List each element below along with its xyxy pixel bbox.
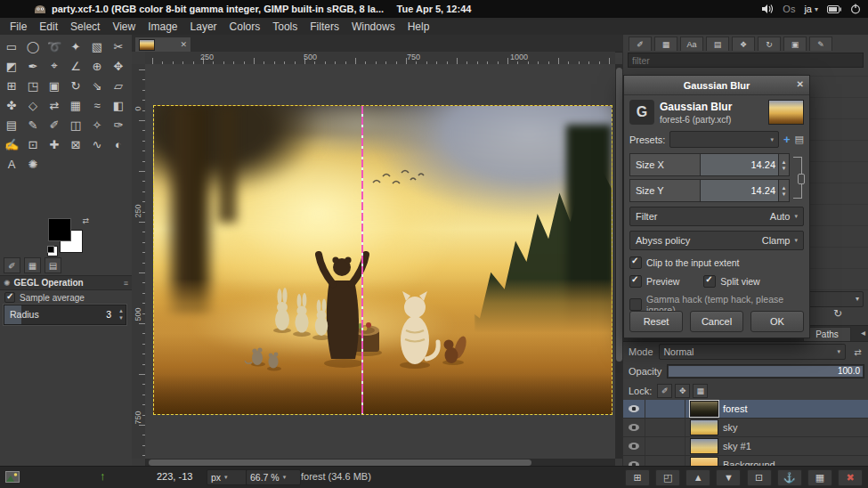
radius-value[interactable]: 3	[106, 309, 111, 320]
lower-layer-button[interactable]: ▼	[716, 469, 741, 486]
tool-move[interactable]: ✥	[108, 56, 129, 76]
new-layer-button[interactable]: ⊞	[625, 469, 650, 486]
refresh-icon[interactable]: ↻	[833, 307, 842, 320]
tab-images[interactable]: ▣	[783, 37, 807, 51]
tool-shear[interactable]: ▱	[108, 76, 129, 95]
size-y-value[interactable]: 14.24	[701, 180, 778, 201]
tab-brushes[interactable]: ✐	[629, 37, 652, 51]
spin-down-icon[interactable]: ▼	[118, 314, 124, 321]
filter-combo[interactable]: Filter Auto▾	[629, 207, 804, 226]
menu-view[interactable]: View	[106, 19, 142, 35]
tool-handle-transform[interactable]: ✤	[1, 95, 22, 115]
tool-color-picker[interactable]: ⌖	[44, 56, 65, 76]
tab-tool-presets[interactable]: ✎	[809, 37, 832, 51]
blend-space-switch-icon[interactable]: ⇄	[851, 347, 864, 357]
keyboard-layout-indicator[interactable]: ja	[804, 4, 812, 14]
tool-select-by-color[interactable]: ▧	[86, 37, 108, 56]
layer-name[interactable]: sky	[723, 422, 738, 433]
layer-row-forest[interactable]: forest	[623, 400, 868, 419]
tool-perspective-clone[interactable]: ⊠	[65, 134, 86, 154]
menu-tools[interactable]: Tools	[266, 19, 304, 35]
tab-document-history[interactable]: ↻	[758, 37, 781, 51]
tab-paths[interactable]: Paths	[803, 327, 851, 341]
tool-smudge[interactable]: ∿	[86, 134, 108, 154]
tool-mypaint-brush[interactable]: ✍	[1, 134, 22, 154]
layer-chain-cell[interactable]	[645, 400, 685, 418]
volume-icon[interactable]	[761, 4, 774, 14]
menu-edit[interactable]: Edit	[33, 19, 64, 35]
tool-heal[interactable]: ✚	[44, 134, 65, 154]
sample-average-checkbox[interactable]	[4, 292, 15, 303]
tool-rectangle-select[interactable]: ▭	[1, 37, 22, 56]
tab-palettes[interactable]: ❖	[732, 37, 755, 51]
panel-menu-icon[interactable]: ≡	[124, 279, 128, 288]
spin-up-icon[interactable]: ▲	[782, 185, 787, 191]
tool-text[interactable]: A	[1, 154, 22, 174]
mode-combo[interactable]: Normal ▾	[659, 344, 846, 360]
menu-select[interactable]: Select	[64, 19, 106, 35]
layer-row-sky[interactable]: sky	[623, 419, 868, 437]
size-x-value[interactable]: 14.24	[701, 154, 778, 175]
visibility-toggle[interactable]	[623, 400, 645, 418]
raise-layer-button[interactable]: ▲	[685, 469, 710, 486]
layer-name[interactable]: forest	[723, 403, 748, 414]
tool-dodge-burn[interactable]: ◐	[108, 134, 129, 154]
opacity-slider[interactable]: 100.0	[667, 364, 864, 378]
lock-position-icon[interactable]: ✥	[675, 384, 690, 398]
tool-paintbrush[interactable]: ✐	[44, 115, 65, 134]
tool-align[interactable]: ⊞	[1, 76, 22, 95]
tool-flip[interactable]: ⇄	[44, 95, 65, 115]
presets-combo[interactable]: ▾	[669, 131, 779, 148]
spin-down-icon[interactable]: ▼	[782, 166, 787, 171]
lock-pixels-icon[interactable]: ✐	[657, 384, 672, 398]
brush-preview-icon[interactable]: ✐	[4, 257, 20, 273]
radius-spinner[interactable]: ▲ ▼	[118, 307, 124, 321]
pattern-preview-icon[interactable]: ▦	[24, 257, 41, 273]
tool-perspective[interactable]: ◇	[22, 95, 44, 115]
menu-filters[interactable]: Filters	[304, 19, 345, 35]
size-x-spinner[interactable]: ▲ ▼	[778, 154, 789, 175]
canvas-image[interactable]	[153, 105, 612, 415]
layer-thumbnail[interactable]	[690, 419, 718, 435]
filter-input[interactable]	[628, 53, 864, 68]
new-group-button[interactable]: ◰	[655, 469, 680, 486]
tool-cage-transform[interactable]: ▦	[65, 95, 86, 115]
abyss-policy-combo[interactable]: Abyss policy Clamp▾	[629, 231, 804, 250]
partially-hidden-combo[interactable]: ▾	[803, 291, 864, 307]
tab-patterns[interactable]: ▦	[654, 37, 677, 51]
visibility-toggle[interactable]	[623, 419, 645, 436]
default-colors-icon[interactable]	[47, 246, 58, 256]
tool-airbrush[interactable]: ✧	[86, 115, 108, 134]
spin-up-icon[interactable]: ▲	[118, 307, 124, 314]
canvas-viewport[interactable]	[145, 64, 615, 459]
preview-checkbox[interactable]	[629, 275, 642, 288]
tool-paths[interactable]: ✒	[22, 56, 44, 76]
tab-menu-icon[interactable]: ◂	[861, 328, 865, 338]
power-icon[interactable]	[850, 4, 861, 14]
tool-crop[interactable]: ◳	[22, 76, 44, 95]
tool-scissors-select[interactable]: ✂	[108, 37, 129, 56]
tab-fonts[interactable]: Aa	[680, 37, 703, 51]
close-icon[interactable]: ✕	[797, 79, 804, 89]
dialog-titlebar[interactable]: Gaussian Blur ✕	[624, 76, 809, 95]
reset-button[interactable]: Reset	[629, 311, 683, 332]
menu-colors[interactable]: Colors	[223, 19, 267, 35]
ok-button[interactable]: OK	[750, 311, 804, 332]
layer-name[interactable]: sky #1	[723, 441, 751, 451]
spin-down-icon[interactable]: ▼	[782, 191, 787, 197]
tool-rotate[interactable]: ↻	[65, 76, 86, 95]
tool-unified-transform[interactable]: ▣	[44, 76, 65, 95]
battery-icon[interactable]	[827, 5, 841, 13]
cancel-button[interactable]: Cancel	[690, 311, 743, 332]
tool-bucket-fill[interactable]: ◧	[108, 95, 129, 115]
tool-clone[interactable]: ⊡	[22, 134, 44, 154]
lock-alpha-icon[interactable]: ▦	[693, 384, 708, 398]
tool-zoom[interactable]: ⊕	[86, 56, 108, 76]
spin-up-icon[interactable]: ▲	[782, 159, 787, 165]
clip-extent-checkbox[interactable]	[629, 256, 642, 269]
tool-gegl-operation[interactable]: ✺	[22, 154, 44, 174]
tool-ink[interactable]: ✑	[108, 115, 129, 134]
image-icon[interactable]	[5, 471, 20, 483]
tool-scale[interactable]: ⇘	[86, 76, 108, 95]
split-view-checkbox[interactable]	[703, 275, 716, 288]
